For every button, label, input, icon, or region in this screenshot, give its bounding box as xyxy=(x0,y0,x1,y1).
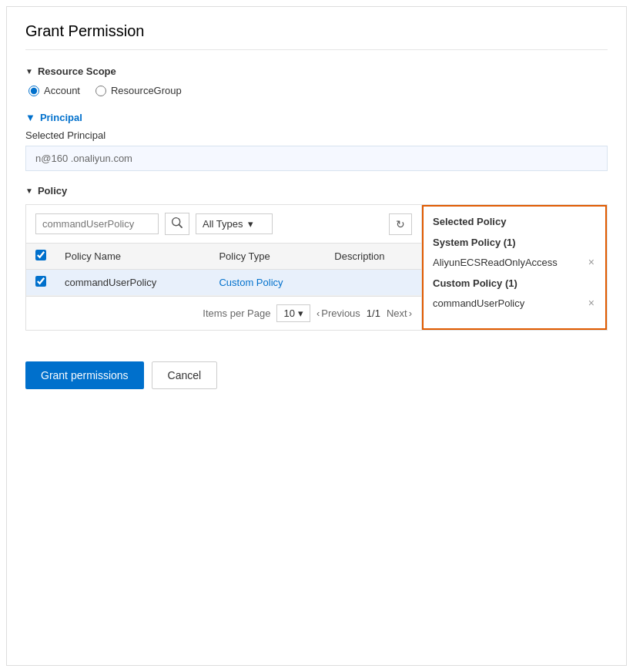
row-checkbox-cell xyxy=(26,270,55,296)
items-per-page-arrow-icon: ▾ xyxy=(298,307,303,319)
items-per-page-label: Items per Page xyxy=(203,307,270,319)
next-label: Next xyxy=(387,307,407,319)
principal-label: Principal xyxy=(40,112,82,123)
principal-header: ▼ Principal xyxy=(25,112,608,123)
select-all-checkbox[interactable] xyxy=(35,250,46,260)
previous-button[interactable]: ‹ Previous xyxy=(316,307,360,319)
policy-table: Policy Name Policy Type Description comm… xyxy=(26,244,421,296)
policy-section: ▼ Policy All Types ▾ xyxy=(25,185,608,331)
arrow-icon: ▼ xyxy=(25,67,33,76)
radio-account-label: Account xyxy=(44,85,80,96)
header-checkbox-cell xyxy=(26,244,55,270)
page-wrapper: Grant Permission ▼ Resource Scope Accoun… xyxy=(6,6,627,666)
row-policy-name: commandUserPolicy xyxy=(55,270,209,296)
next-arrow-icon: › xyxy=(409,307,412,319)
remove-custom-policy-button[interactable]: × xyxy=(587,297,596,309)
items-per-page-select[interactable]: 10 ▾ xyxy=(276,304,310,322)
selected-policy-content: Selected Policy System Policy (1) Aliyun… xyxy=(424,207,605,321)
footer-buttons: Grant permissions Cancel xyxy=(25,349,608,389)
system-policy-group-title: System Policy (1) xyxy=(433,237,596,248)
page-info: 1/1 xyxy=(367,307,380,319)
grant-permissions-button[interactable]: Grant permissions xyxy=(25,361,144,389)
policy-label: Policy xyxy=(38,185,67,197)
type-filter-select[interactable]: All Types ▾ xyxy=(196,213,273,234)
radio-resource-group-label: ResourceGroup xyxy=(111,85,182,96)
dropdown-arrow-icon: ▾ xyxy=(248,218,253,230)
radio-resource-group[interactable]: ResourceGroup xyxy=(95,85,182,96)
previous-label: Previous xyxy=(321,307,360,319)
row-description xyxy=(325,270,421,296)
custom-policy-item: commandUserPolicy × xyxy=(433,294,596,312)
resource-scope-label: Resource Scope xyxy=(38,66,116,77)
custom-policy-name: commandUserPolicy xyxy=(433,297,524,309)
policy-header: ▼ Policy xyxy=(25,185,608,197)
pagination: Items per Page 10 ▾ ‹ Previous 1/1 Next … xyxy=(26,296,421,330)
selected-policy-panel: Selected Policy System Policy (1) Aliyun… xyxy=(422,205,607,330)
row-checkbox[interactable] xyxy=(35,276,46,287)
items-per-page-value: 10 xyxy=(283,307,294,319)
policy-search-button[interactable] xyxy=(165,213,189,235)
system-policy-item: AliyunECSReadOnlyAccess × xyxy=(433,253,596,271)
policy-content: All Types ▾ ↻ Policy Name xyxy=(25,204,608,331)
system-policy-name: AliyunECSReadOnlyAccess xyxy=(433,257,558,268)
principal-display: n@160 .onaliyun.com xyxy=(25,146,608,171)
radio-resource-group-input[interactable] xyxy=(95,86,106,96)
page-title: Grant Permission xyxy=(25,22,608,50)
search-icon xyxy=(172,217,183,228)
refresh-button[interactable]: ↻ xyxy=(389,213,412,235)
policy-arrow-icon: ▼ xyxy=(25,186,33,195)
radio-account-input[interactable] xyxy=(28,86,39,96)
radio-account[interactable]: Account xyxy=(28,85,80,96)
row-policy-type: Custom Policy xyxy=(209,270,325,296)
principal-arrow-icon: ▼ xyxy=(25,112,35,123)
header-policy-type: Policy Type xyxy=(209,244,325,270)
header-policy-name: Policy Name xyxy=(55,244,209,270)
refresh-icon: ↻ xyxy=(396,218,405,230)
selected-policy-title: Selected Policy xyxy=(433,216,596,227)
header-description: Description xyxy=(325,244,421,270)
resource-scope-header: ▼ Resource Scope xyxy=(25,66,608,77)
selected-principal-label: Selected Principal xyxy=(25,129,608,141)
policy-toolbar: All Types ▾ ↻ xyxy=(26,205,421,244)
table-header-row: Policy Name Policy Type Description xyxy=(26,244,421,270)
next-button[interactable]: Next › xyxy=(387,307,412,319)
policy-search-input[interactable] xyxy=(35,213,159,234)
remove-system-policy-button[interactable]: × xyxy=(587,256,596,268)
type-filter-value: All Types xyxy=(203,218,243,230)
principal-section: ▼ Principal Selected Principal n@160 .on… xyxy=(25,112,608,171)
table-row: commandUserPolicy Custom Policy xyxy=(26,270,421,296)
custom-policy-group-title: Custom Policy (1) xyxy=(433,277,596,289)
resource-scope-options: Account ResourceGroup xyxy=(28,85,608,96)
previous-arrow-icon: ‹ xyxy=(316,307,320,319)
cancel-button[interactable]: Cancel xyxy=(152,361,218,389)
policy-list-panel: All Types ▾ ↻ Policy Name xyxy=(26,205,422,330)
